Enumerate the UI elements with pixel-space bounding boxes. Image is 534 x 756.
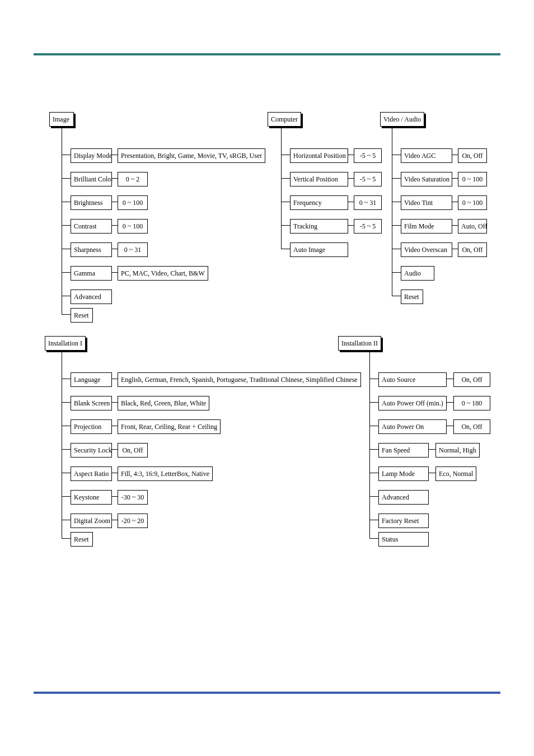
- va-video-overscan-value: On, Off: [458, 242, 487, 257]
- inst1-reset: Reset: [71, 532, 93, 547]
- inst2-fan-speed-value: Normal, High: [435, 443, 480, 458]
- va-video-tint: Video Tint: [401, 195, 452, 210]
- va-film-mode: Film Mode: [401, 219, 452, 234]
- image-brightness-value: 0 ~ 100: [118, 195, 148, 210]
- va-video-agc: Video AGC: [401, 148, 452, 163]
- inst1-keystone: Keystone: [71, 490, 112, 505]
- computer-vpos: Vertical Position: [290, 172, 348, 186]
- image-gamma-value: PC, MAC, Video, Chart, B&W: [118, 266, 208, 281]
- inst1-projection: Projection: [71, 419, 112, 434]
- inst1-security-lock: Security Lock: [71, 443, 112, 458]
- inst2-auto-power-off-value: 0 ~ 180: [453, 396, 490, 410]
- va-video-tint-value: 0 ~ 100: [458, 195, 487, 210]
- computer-auto-image: Auto Image: [290, 242, 348, 257]
- inst1-aspect-ratio: Aspect Ratio: [71, 466, 112, 481]
- inst1-security-lock-value: On, Off: [118, 443, 148, 458]
- inst2-auto-source-value: On, Off: [453, 372, 490, 387]
- va-reset: Reset: [401, 290, 423, 304]
- computer-hpos: Horizontal Position: [290, 148, 348, 163]
- inst2-auto-power-off: Auto Power Off (min.): [378, 396, 447, 410]
- menu-diagram: Image Display Mode Presentation, Bright,…: [0, 0, 534, 756]
- image-advanced: Advanced: [71, 290, 112, 304]
- inst2-auto-source: Auto Source: [378, 372, 447, 387]
- va-video-agc-value: On, Off: [458, 148, 487, 163]
- va-video-saturation-value: 0 ~ 100: [458, 172, 487, 186]
- inst1-digital-zoom: Digital Zoom: [71, 514, 112, 528]
- va-film-mode-value: Auto, Off: [458, 219, 487, 234]
- image-contrast-value: 0 ~ 100: [118, 219, 148, 234]
- computer-tracking: Tracking: [290, 219, 348, 234]
- image-sharpness: Sharpness: [71, 242, 112, 257]
- inst2-factory-reset: Factory Reset: [378, 514, 429, 528]
- image-brightness: Brightness: [71, 195, 112, 210]
- inst1-blank-screen: Blank Screen: [71, 396, 112, 410]
- inst1-projection-value: Front, Rear, Ceiling, Rear + Ceiling: [118, 419, 221, 434]
- computer-tracking-value: -5 ~ 5: [354, 219, 382, 234]
- image-brilliant-color: Brilliant Color: [71, 172, 112, 186]
- menu-installation1: Installation I: [45, 336, 86, 351]
- image-contrast: Contrast: [71, 219, 112, 234]
- inst1-language: Language: [71, 372, 112, 387]
- image-display-mode-value: Presentation, Bright, Game, Movie, TV, s…: [118, 148, 265, 163]
- inst2-lamp-mode-value: Eco, Normal: [435, 466, 476, 481]
- inst2-status: Status: [378, 532, 429, 547]
- image-sharpness-value: 0 ~ 31: [118, 242, 148, 257]
- inst2-lamp-mode: Lamp Mode: [378, 466, 429, 481]
- computer-frequency-value: 0 ~ 31: [354, 195, 382, 210]
- inst2-advanced: Advanced: [378, 490, 429, 505]
- menu-video-audio: Video / Audio: [380, 112, 424, 127]
- va-video-overscan: Video Overscan: [401, 242, 452, 257]
- image-gamma: Gamma: [71, 266, 112, 281]
- computer-vpos-value: -5 ~ 5: [354, 172, 382, 186]
- va-video-saturation: Video Saturation: [401, 172, 452, 186]
- inst1-blank-screen-value: Black, Red, Green, Blue, White: [118, 396, 209, 410]
- inst1-language-value: English, German, French, Spanish, Portug…: [118, 372, 361, 387]
- inst2-auto-power-on-value: On, Off: [453, 419, 490, 434]
- menu-computer: Computer: [268, 112, 301, 127]
- menu-installation2: Installation II: [338, 336, 381, 351]
- va-audio: Audio: [401, 266, 434, 281]
- image-brilliant-color-value: 0 ~ 2: [118, 172, 148, 186]
- inst1-aspect-ratio-value: Fill, 4:3, 16:9, LetterBox, Native: [118, 466, 213, 481]
- inst1-keystone-value: -30 ~ 30: [118, 490, 148, 505]
- inst2-fan-speed: Fan Speed: [378, 443, 429, 458]
- image-display-mode: Display Mode: [71, 148, 112, 163]
- inst2-auto-power-on: Auto Power On: [378, 419, 447, 434]
- inst1-digital-zoom-value: -20 ~ 20: [118, 514, 148, 528]
- image-reset: Reset: [71, 308, 93, 323]
- menu-image: Image: [49, 112, 74, 127]
- computer-frequency: Frequency: [290, 195, 348, 210]
- computer-hpos-value: -5 ~ 5: [354, 148, 382, 163]
